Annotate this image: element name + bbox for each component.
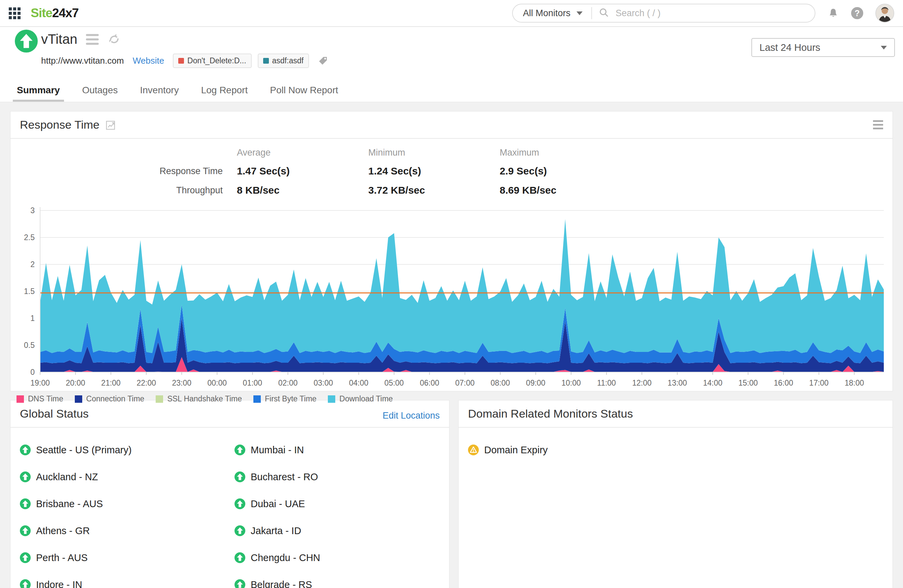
svg-text:13:00: 13:00 <box>667 378 687 387</box>
chevron-down-icon <box>576 11 582 15</box>
main-content: Response Time AverageMinimumMaximumRespo… <box>0 102 903 588</box>
divider <box>592 7 592 19</box>
location-name: Athens - GR <box>36 525 90 536</box>
svg-text:2: 2 <box>30 260 35 269</box>
location-item-bucharest-ro: Bucharest - RO <box>234 463 449 490</box>
svg-text:03:00: 03:00 <box>314 378 333 387</box>
response-time-stats: AverageMinimumMaximumResponse Time1.47 S… <box>11 145 892 199</box>
location-item-perth-aus: Perth - AUS <box>20 544 234 571</box>
tag-label: Don't_Delete:D... <box>187 56 246 65</box>
status-up-icon <box>20 525 31 536</box>
location-name: Mumbai - IN <box>251 445 304 456</box>
site24x7-logo[interactable]: Site24x7 <box>31 6 79 20</box>
notifications-bell-icon[interactable] <box>827 8 839 19</box>
status-up-icon <box>234 579 245 588</box>
svg-text:06:00: 06:00 <box>420 378 439 387</box>
status-up-icon <box>20 472 31 482</box>
refresh-icon[interactable] <box>107 33 121 46</box>
stats-row-label: Throughput <box>11 182 230 199</box>
location-item-indore-in: Indore - IN <box>20 571 234 588</box>
location-name: Belgrade - RS <box>251 579 312 588</box>
svg-text:11:00: 11:00 <box>597 378 616 387</box>
location-item-jakarta-id: Jakarta - ID <box>234 517 449 544</box>
stats-column-header: Average <box>230 145 361 161</box>
user-avatar[interactable] <box>875 4 894 23</box>
tag-label: asdf:asdf <box>272 56 304 65</box>
status-up-icon <box>20 552 31 563</box>
tag-color-swatch <box>263 58 269 64</box>
status-up-icon <box>234 499 245 509</box>
svg-text:10:00: 10:00 <box>562 378 581 387</box>
divider <box>11 138 892 139</box>
svg-text:3: 3 <box>30 206 35 215</box>
chevron-down-icon <box>881 46 887 50</box>
status-up-icon <box>234 445 245 455</box>
logo-part-black: 24x7 <box>52 6 79 20</box>
status-up-icon <box>234 472 245 482</box>
time-range-dropdown[interactable]: Last 24 Hours <box>751 38 895 57</box>
svg-text:15:00: 15:00 <box>738 378 758 387</box>
tab-outages[interactable]: Outages <box>78 81 122 102</box>
svg-text:16:00: 16:00 <box>774 378 793 387</box>
svg-text:0.5: 0.5 <box>24 341 35 350</box>
location-item-chengdu-chn: Chengdu - CHN <box>234 544 449 571</box>
location-item-mumbai-in: Mumbai - IN <box>234 436 449 463</box>
stats-value: 1.47 Sec(s) <box>230 163 361 180</box>
monitor-tag[interactable]: Don't_Delete:D... <box>173 53 251 68</box>
series-download-time <box>40 219 884 353</box>
edit-locations-link[interactable]: Edit Locations <box>382 411 440 421</box>
monitor-actions-menu-icon[interactable] <box>86 34 99 45</box>
svg-text:02:00: 02:00 <box>278 378 298 387</box>
stats-value: 1.24 Sec(s) <box>361 163 492 180</box>
tab-inventory[interactable]: Inventory <box>136 81 182 102</box>
svg-text:18:00: 18:00 <box>845 378 864 387</box>
tab-log-report[interactable]: Log Report <box>197 81 252 102</box>
trend-chart-icon[interactable] <box>105 119 116 130</box>
location-name: Perth - AUS <box>36 552 88 563</box>
svg-text:00:00: 00:00 <box>208 378 227 387</box>
monitor-scope-label: All Monitors <box>523 8 570 19</box>
stats-column-header: Minimum <box>361 145 492 161</box>
monitor-name: vTitan <box>41 32 77 47</box>
stats-value: 8.69 KB/sec <box>492 182 892 199</box>
location-item-brisbane-aus: Brisbane - AUS <box>20 490 234 517</box>
location-name: Seattle - US (Primary) <box>36 445 132 456</box>
search-icon <box>599 8 609 19</box>
search-input[interactable] <box>609 8 815 19</box>
svg-text:22:00: 22:00 <box>137 378 156 387</box>
monitor-url: http://www.vtitan.com <box>41 56 124 66</box>
location-name: Brisbane - AUS <box>36 499 103 510</box>
app-grid-icon[interactable] <box>9 8 20 19</box>
location-item-belgrade-rs: Belgrade - RS <box>234 571 449 588</box>
tab-poll-now-report[interactable]: Poll Now Report <box>266 81 342 102</box>
monitor-header: vTitan http://www.vtitan.com Website Don… <box>0 27 903 81</box>
location-item-auckland-nz: Auckland - NZ <box>20 463 234 490</box>
status-up-icon <box>20 499 31 509</box>
tag-icon[interactable] <box>318 56 329 66</box>
monitor-type-link[interactable]: Website <box>133 56 164 66</box>
domain-monitor-label: Domain Expiry <box>484 445 548 456</box>
svg-text:19:00: 19:00 <box>30 378 50 387</box>
panel-menu-icon[interactable] <box>873 120 883 129</box>
response-time-panel: Response Time AverageMinimumMaximumRespo… <box>10 111 893 391</box>
svg-text:17:00: 17:00 <box>809 378 829 387</box>
response-time-panel-title: Response Time <box>20 118 99 131</box>
time-range-label: Last 24 Hours <box>760 42 820 53</box>
monitor-status-up-icon <box>15 30 38 54</box>
location-name: Indore - IN <box>36 579 82 588</box>
stats-corner <box>11 145 230 161</box>
logo-part-green: Site <box>31 6 52 20</box>
location-name: Jakarta - ID <box>251 525 301 536</box>
svg-text:23:00: 23:00 <box>172 378 191 387</box>
help-icon[interactable]: ? <box>851 7 863 19</box>
domain-monitors-list: Domain Expiry <box>459 428 892 463</box>
tab-summary[interactable]: Summary <box>13 81 64 102</box>
monitor-tag[interactable]: asdf:asdf <box>258 53 309 68</box>
svg-text:07:00: 07:00 <box>455 378 475 387</box>
monitor-scope-dropdown[interactable]: All Monitors <box>513 8 592 19</box>
svg-text:1: 1 <box>30 314 35 323</box>
svg-text:04:00: 04:00 <box>349 378 369 387</box>
monitor-tags: Don't_Delete:D...asdf:asdf <box>173 53 309 68</box>
domain-monitor-item-domain-expiry[interactable]: Domain Expiry <box>468 436 892 463</box>
topbar: Site24x7 All Monitors ? <box>0 0 903 27</box>
